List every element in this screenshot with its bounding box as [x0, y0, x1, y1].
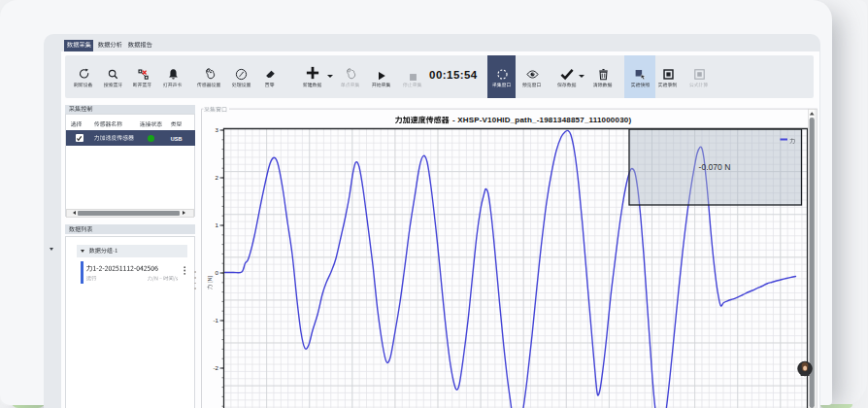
- svg-text:1: 1: [216, 221, 219, 228]
- svg-text:[N]: [N]: [207, 275, 213, 284]
- svg-text:- XHSP-V10HID_path_-1981348857: - XHSP-V10HID_path_-1981348857_111000030…: [451, 116, 632, 124]
- svg-text:-1: -1: [213, 317, 218, 323]
- svg-text:-2: -2: [213, 364, 218, 371]
- svg-text:0: 0: [216, 269, 219, 276]
- svg-text:-0.070 N: -0.070 N: [699, 162, 731, 172]
- svg-text:3: 3: [216, 126, 219, 133]
- svg-text:2: 2: [216, 174, 219, 181]
